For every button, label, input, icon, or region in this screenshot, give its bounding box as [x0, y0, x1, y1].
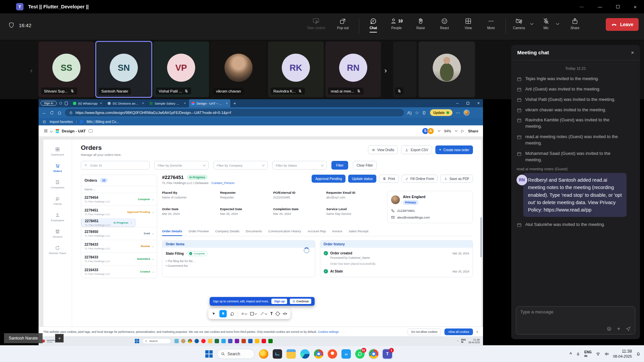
people-button[interactable]: 10 People [384, 17, 409, 30]
hand-tool-icon-selected[interactable] [219, 310, 227, 317]
nav-orders[interactable]: Orders [53, 163, 62, 173]
brave-icon[interactable] [328, 349, 337, 359]
browser-tab[interactable]: Sample Salary Structure with calc × [147, 99, 189, 107]
participant-tile[interactable]: RK Ravindra K... [268, 42, 324, 97]
tab-close-icon[interactable]: × [226, 102, 228, 105]
share-button[interactable]: Share [564, 17, 586, 30]
filter-status-select[interactable]: Filter by Status [272, 161, 327, 170]
cookie-close-icon[interactable]: × [476, 330, 478, 334]
scroll-right-icon[interactable]: › [384, 66, 387, 75]
order-row[interactable]: 2279454TL Flex Holdings LLC Complete› [81, 193, 157, 205]
start-button[interactable] [205, 350, 213, 358]
copilot-icon[interactable] [59, 101, 63, 105]
raise-hand-button[interactable]: Raise [409, 17, 432, 30]
collaborator-avatar[interactable]: A [427, 128, 434, 134]
tab-close-icon[interactable]: × [142, 102, 144, 105]
deny-cookies-button[interactable]: Do not allow cookies [408, 328, 441, 335]
participant-tile-active-speaker[interactable]: SN Santosh Narate [96, 42, 152, 97]
frame-tool-icon[interactable]: ⌗ [241, 311, 247, 316]
order-row[interactable]: 2216433TL Flex Holdings LLC Created› [81, 265, 157, 278]
participant-tile[interactable]: vikram chavan [211, 42, 266, 97]
notification-bell-icon[interactable] [636, 352, 641, 356]
whatsapp-icon[interactable]: 81 [355, 349, 365, 359]
figma-doc-title[interactable]: Design - UAT [62, 129, 86, 133]
chat-message-input[interactable] [520, 309, 631, 314]
layout-icon[interactable] [89, 129, 93, 132]
filter-company-select[interactable]: Filter by Company [213, 161, 268, 170]
tab-account-rep[interactable]: Account Rep [308, 229, 326, 236]
export-csv-button[interactable]: Export CSV [401, 145, 432, 154]
browser-close-icon[interactable]: × [477, 101, 480, 106]
tab-order-preview[interactable]: Order Preview [189, 229, 209, 236]
participant-tile-partial[interactable] [393, 42, 417, 97]
present-icon[interactable]: ▷ [461, 129, 464, 133]
language-indicator[interactable]: ENGIN [584, 350, 592, 358]
order-row[interactable]: 2278450TL Flex Holdings LLC Draft› [81, 227, 157, 240]
tab-invoice[interactable]: Invoice [332, 229, 342, 236]
profile-avatar[interactable] [464, 110, 470, 116]
window-minimize-icon[interactable]: — [598, 4, 602, 9]
emoji-icon[interactable] [606, 326, 612, 331]
comment-tool-icon[interactable] [230, 312, 234, 316]
fill-online-form-button[interactable]: Fill Online Form [401, 175, 438, 183]
chevron-down-icon[interactable] [438, 129, 440, 132]
contact-person-link[interactable]: Contact_Person. [211, 181, 235, 185]
figma-menu-icon[interactable] [43, 128, 48, 133]
window-maximize-icon[interactable] [616, 5, 620, 8]
chat-close-icon[interactable]: × [631, 50, 634, 55]
contact-phone[interactable]: 2123874901 [397, 209, 415, 213]
order-row[interactable]: 2278433TL Flex Holdings LLC Submitted› [81, 252, 157, 265]
browser-minimize-icon[interactable]: ─ [456, 102, 459, 105]
nav-clients[interactable]: Clients [53, 196, 61, 205]
chevron-down-icon[interactable] [455, 129, 458, 132]
scroll-left-icon[interactable]: ‹ [30, 66, 33, 75]
participant-tile[interactable] [419, 42, 475, 97]
allow-cookies-button[interactable]: Allow all cookies [444, 328, 473, 335]
mic-dropdown-icon[interactable] [556, 22, 559, 25]
start-icon[interactable] [135, 339, 139, 343]
nav-employees[interactable]: Employees [51, 213, 64, 222]
speaker-icon[interactable] [604, 352, 609, 356]
save-as-pdf-button[interactable]: Save as PDF [440, 175, 473, 183]
scrollbar-thumb[interactable] [480, 217, 482, 257]
code-tool-icon[interactable]: </> [283, 312, 287, 315]
move-tool-icon[interactable] [212, 312, 216, 316]
chevron-down-icon[interactable] [50, 129, 53, 132]
tab-communication-history[interactable]: Communication History [268, 229, 301, 236]
view-drafts-button[interactable]: View Drafts [368, 145, 398, 154]
attach-plus-icon[interactable]: + [617, 326, 620, 331]
cookie-settings-link[interactable]: Cookies settings [318, 330, 338, 334]
chat-button[interactable]: Chat [363, 17, 384, 33]
create-order-button[interactable]: + Create new order [435, 145, 473, 154]
mic-button[interactable]: Mic [538, 17, 554, 30]
view-button[interactable]: View [457, 17, 480, 30]
chrome-icon[interactable] [314, 349, 323, 359]
presenter-pin-button[interactable]: + [55, 334, 64, 343]
text-tool-icon[interactable]: T [270, 311, 273, 316]
home-icon[interactable] [57, 111, 62, 115]
window-more-icon[interactable]: ⋯ [579, 4, 584, 9]
approval-pending-button[interactable]: Approval Pending [312, 175, 345, 183]
signup-button[interactable]: Sign up [271, 299, 287, 304]
shape-tool-icon[interactable] [250, 312, 257, 315]
back-icon[interactable]: ← [42, 110, 46, 115]
google-continue-button[interactable]: G Continue [290, 299, 311, 304]
new-tab-icon[interactable]: + [233, 101, 236, 106]
teams-icon[interactable]: T 1 [383, 349, 392, 359]
tab-close-icon[interactable]: × [184, 102, 186, 105]
bookmark-item[interactable]: Import favorites [50, 120, 73, 124]
translate-icon[interactable]: A) [407, 110, 412, 115]
clear-filter-button[interactable]: Clear Filter [353, 161, 377, 170]
leave-button[interactable]: Leave [606, 18, 639, 31]
nav-refresh-token[interactable]: Refresh Token [49, 245, 66, 255]
browser-tab[interactable]: (6) WhatsApp × [70, 99, 105, 107]
camera-button[interactable]: Camera [509, 17, 529, 30]
figma-share-button[interactable]: Share [468, 129, 478, 133]
favorites-star-icon[interactable]: ☆ [415, 110, 419, 115]
react-button[interactable]: React [432, 17, 457, 30]
workspaces-icon[interactable] [65, 102, 68, 105]
browser-signin-button[interactable]: Sign in [41, 101, 57, 106]
filter-button[interactable]: Filter [331, 161, 348, 170]
tab-documents[interactable]: Documents [246, 229, 262, 236]
order-row[interactable]: 2278433TL Flex Holdings LLC Review› [81, 240, 157, 252]
